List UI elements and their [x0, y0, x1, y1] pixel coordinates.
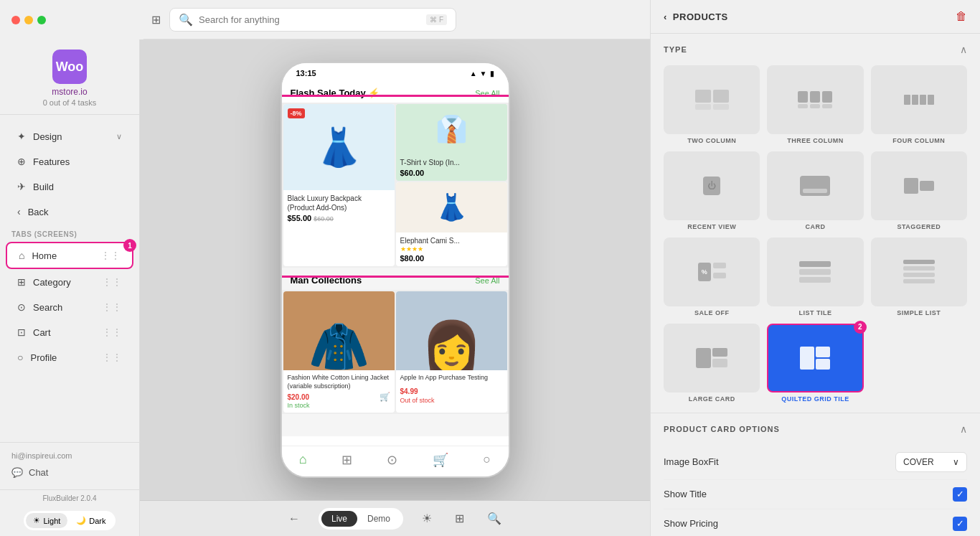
type-section-title: TYPE [664, 45, 687, 54]
product-card-2[interactable]: 👗 Elephant Cami S... ★★★★ $80.00 [396, 182, 507, 266]
show-title-label: Show Title [664, 489, 707, 499]
type-sale-off-icon: % [664, 238, 760, 306]
close-button[interactable] [11, 16, 20, 24]
collection-info-0: Fashion White Cotton Lining Jacket (vari… [283, 370, 395, 413]
traffic-lights [11, 16, 46, 24]
bottom-nav-search[interactable]: ⊙ [387, 452, 397, 468]
collection-stock-1: Out of stock [400, 397, 503, 404]
product-info-2: Elephant Cami S... ★★★★ $80.00 [396, 232, 507, 266]
type-sale-off[interactable]: % SALE OFF [664, 238, 760, 316]
sidebar-item-design[interactable]: ✦ Design ∨ [6, 124, 133, 149]
light-mode-button[interactable]: ☀ Light [26, 513, 67, 528]
zoom-icon[interactable]: 🔍 [483, 507, 506, 530]
sidebar-item-build[interactable]: ✈ Build [6, 174, 133, 199]
collection-card-0[interactable]: 🧥 Fashion White Cotton Lining Jacket (va… [283, 291, 395, 413]
type-two-column[interactable]: TWO COLUMN [664, 65, 760, 144]
sidebar-nav: ✦ Design ∨ ⊕ Features ✈ Build ‹ Back Tab… [0, 115, 139, 442]
search-input[interactable] [199, 14, 420, 25]
cart-add-icon-0[interactable]: 🛒 [380, 392, 390, 402]
theme-toggle[interactable]: ☀ Light 🌙 Dark [24, 511, 115, 530]
image-boxfit-row: Image BoxFit COVER ∨ [664, 445, 967, 480]
show-title-row: Show Title ✓ [664, 480, 967, 509]
type-large-card[interactable]: LARGE CARD [664, 324, 760, 403]
trash-icon[interactable]: 🗑 [956, 10, 967, 23]
man-collections-see-all[interactable]: See All [475, 276, 499, 285]
type-recent-view-label: RECENT VIEW [687, 223, 736, 230]
signal-icon: ▼ [480, 70, 487, 77]
collection-card-1[interactable]: 👩 Apple In App Purchase Testing $4.99 Ou… [396, 291, 507, 413]
bottom-nav-cart[interactable]: 🛒 [433, 452, 448, 468]
wifi-icon: ▲ [470, 70, 477, 77]
type-three-column[interactable]: THREE COLUMN [767, 65, 863, 144]
type-recent-view[interactable]: ⏻ RECENT VIEW [664, 151, 760, 230]
search-bar[interactable]: 🔍 ⌘ F [169, 8, 456, 32]
titlebar [0, 0, 143, 39]
type-sale-off-label: SALE OFF [694, 309, 730, 316]
grid-view-icon[interactable]: ⊞ [451, 507, 468, 530]
drag-handle-icon: ⋮⋮ [100, 250, 121, 261]
sidebar-item-profile[interactable]: ○ Profile ⋮⋮ [6, 345, 133, 370]
sidebar-item-search[interactable]: ⊙ Search ⋮⋮ [6, 295, 133, 319]
image-boxfit-select[interactable]: COVER ∨ [895, 452, 967, 472]
back-panel-icon[interactable]: ‹ [664, 11, 667, 22]
type-card-icon [767, 151, 863, 220]
type-four-column-label: FOUR COLUMN [892, 137, 945, 144]
flash-sale-see-all[interactable]: See All [475, 89, 499, 98]
type-list-tile-label: LIST TILE [798, 309, 831, 316]
type-quilted-grid[interactable]: 2 QUILTED GRID TILE [767, 324, 863, 403]
product-stars-2: ★★★★ [400, 245, 503, 253]
chat-item[interactable]: 💬 Chat [11, 464, 128, 481]
bottom-nav-home[interactable]: ⌂ [299, 452, 307, 468]
sidebar-item-cart[interactable]: ⊡ Cart ⋮⋮ [6, 320, 133, 344]
minimize-button[interactable] [24, 16, 33, 24]
type-collapse-button[interactable]: ∧ [960, 44, 967, 55]
product-price-1: $60.00 [400, 169, 503, 177]
design-label: Design [33, 131, 62, 142]
type-card[interactable]: CARD [767, 151, 863, 230]
profile-label: Profile [30, 352, 57, 363]
chat-label: Chat [29, 467, 48, 478]
brightness-icon[interactable]: ☀ [418, 507, 436, 530]
collection-image-1: 👩 [396, 291, 507, 370]
grid-apps-icon[interactable]: ⊞ [151, 13, 161, 27]
type-quilted-grid-label: QUILTED GRID TILE [781, 395, 849, 403]
panel-body: TYPE ∧ [651, 34, 980, 536]
cart-label: Cart [33, 327, 51, 338]
product-figure-2: 👗 [435, 192, 468, 222]
flash-sale-title: Flash Sale Today ⚡ [291, 88, 380, 98]
product-image-2: 👗 [396, 182, 507, 232]
product-price-2: $80.00 [400, 254, 503, 263]
dark-mode-button[interactable]: 🌙 Dark [69, 513, 113, 528]
type-simple-list[interactable]: SIMPLE LIST [871, 238, 967, 316]
collection-figure-1: 👩 [421, 321, 482, 370]
features-label: Features [33, 156, 70, 167]
sidebar-item-features[interactable]: ⊕ Features [6, 149, 133, 174]
show-pricing-checkbox[interactable]: ✓ [953, 517, 967, 531]
battery-icon: ▮ [490, 70, 494, 77]
back-nav-button[interactable]: ← [284, 508, 304, 530]
live-demo-toggle[interactable]: Live Demo [319, 508, 403, 530]
chevron-down-icon: ∨ [953, 457, 959, 467]
show-pricing-label: Show Pricing [664, 518, 718, 529]
product-card-1[interactable]: 👔 T-Shirt v Stop (In... $60.00 [396, 104, 507, 181]
product-card-0[interactable]: 👗 -8% Black Luxury Backpack (Product Add… [283, 104, 395, 266]
search-icon: 🔍 [179, 13, 193, 27]
sidebar-item-category[interactable]: ⊞ Category ⋮⋮ [6, 270, 133, 294]
sidebar-item-back[interactable]: ‹ Back [6, 199, 133, 224]
demo-button[interactable]: Demo [357, 511, 400, 527]
bottom-nav-profile[interactable]: ○ [483, 452, 491, 468]
fullscreen-button[interactable] [37, 16, 46, 24]
bottom-nav-category[interactable]: ⊞ [341, 452, 352, 468]
image-boxfit-value: COVER [903, 457, 934, 467]
type-four-column[interactable]: FOUR COLUMN [871, 65, 967, 144]
type-staggered[interactable]: STAGGERED [871, 151, 967, 230]
sidebar-item-home[interactable]: ⌂ Home ⋮⋮ 1 [6, 242, 133, 269]
show-title-checkbox[interactable]: ✓ [953, 487, 967, 502]
type-list-tile[interactable]: LIST TILE [767, 238, 863, 316]
chat-icon: 💬 [11, 467, 23, 478]
panel-title-text: PRODUCTS [673, 11, 728, 22]
product-options-collapse-button[interactable]: ∧ [960, 423, 967, 435]
woo-text: Woo [56, 60, 84, 75]
collection-price-1: $4.99 [400, 387, 418, 395]
live-button[interactable]: Live [321, 511, 357, 527]
